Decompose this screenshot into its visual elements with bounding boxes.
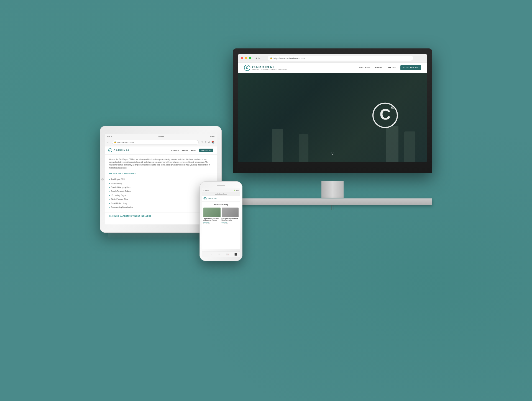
iphone-post-1-title: Tips for Selling Your Home as Quickly as… — [203, 218, 221, 221]
imac-screen: ◄ ► 🔒 https://www.cardinalbranch.com ⋮ — [238, 54, 427, 162]
iphone-content: From Our Blog Tips for Selling Your Home… — [202, 202, 240, 226]
ipad-body-text: We use the Total Expert CRM as our prima… — [109, 158, 212, 170]
ipad-logo-text: CARDINAL — [114, 149, 130, 152]
person-silhouette-1 — [272, 129, 283, 162]
imac-nav: C CARDINAL Retention · Guidance · Expert… — [238, 63, 427, 73]
ipad-browser-back: ‹› — [107, 141, 109, 144]
browser-minimize-dot — [245, 57, 247, 59]
ipad-battery: 8 84% — [210, 136, 214, 137]
imac-logo: C CARDINAL Retention · Guidance · Expert… — [244, 64, 287, 71]
ipad-nav-octane: OCTANE — [171, 149, 179, 151]
nav-octane: OCTANE — [359, 66, 370, 69]
ipad-nav: C CARDINAL OCTANE ABOUT BLOG CONTACT US — [105, 146, 217, 155]
nav-blog: BLOG — [388, 66, 396, 69]
iphone-share-btn[interactable]: ⬆ — [218, 253, 220, 256]
iphone-forward-btn[interactable]: › — [211, 253, 212, 256]
iphone-url-bar: cardinalbranch.com — [202, 192, 240, 196]
person-silhouette-3 — [386, 126, 398, 162]
ipad-section-title: MARKETING OFFERING — [109, 172, 212, 175]
iphone-bookmarks-btn[interactable]: 📖 — [226, 253, 229, 256]
imac-device: ◄ ► 🔒 https://www.cardinalbranch.com ⋮ — [233, 48, 432, 212]
svg-text:C: C — [380, 105, 391, 123]
ipad-reflection — [108, 233, 213, 238]
iphone-speaker — [217, 185, 225, 186]
iphone-tabs-btn[interactable]: ⬛ — [234, 253, 237, 256]
iphone-screen: 3:10 PM 🔋 84% cardinalbranch.com C — [202, 188, 240, 249]
ipad-status-label: iPad ▾ — [107, 135, 112, 137]
list-item: Single Property Sites — [109, 197, 212, 201]
imac-hero: C ® Love Where You Work ∨ — [238, 73, 427, 162]
iphone-url-text: cardinalbranch.com — [215, 193, 227, 195]
imac-stand:  — [233, 173, 432, 212]
ipad-browser-bar: ‹› 🔒 cardinalbranch.com ↻⬆⊕📚 — [105, 139, 217, 146]
hero-logo-icon: C ® — [371, 101, 399, 129]
iphone-post-2-title: 6 DIY Ways to Save on Your Home Renovati… — [222, 218, 239, 221]
browser-maximize-dot — [249, 57, 251, 59]
list-item: Google Template Gallery — [109, 189, 212, 193]
apple-logo-icon:  — [331, 203, 334, 212]
ipad-logo-icon: C — [108, 148, 112, 152]
nav-about: ABOUT — [375, 66, 384, 69]
ipad-url-text: cardinalbranch.com — [117, 141, 134, 143]
iphone-post-1: Tips for Selling Your Home as Quickly as… — [203, 208, 221, 225]
ipad-contact-btn[interactable]: CONTACT US — [199, 149, 213, 152]
iphone-website: C CARDINAL From Our Blog Tips for Sellin… — [202, 196, 240, 249]
browser-close-dot — [241, 57, 243, 59]
imac-browser-bar: ◄ ► 🔒 https://www.cardinalbranch.com ⋮ — [238, 54, 427, 63]
iphone-blog-posts: Tips for Selling Your Home as Quickly as… — [203, 208, 239, 225]
svg-text:C: C — [246, 66, 248, 70]
iphone-post-1-image — [203, 208, 221, 217]
iphone-back-btn[interactable]: ‹ — [205, 253, 206, 256]
ipad-browser-actions: ↻⬆⊕📚 — [201, 141, 214, 144]
ipad-home-button[interactable] — [101, 178, 104, 180]
nav-contact-btn[interactable]: CONTACT US — [400, 65, 421, 70]
imac-stand-neck — [321, 181, 344, 198]
iphone-time: 3:10 PM — [203, 190, 209, 191]
iphone-blog-title: From Our Blog — [203, 203, 239, 205]
svg-text:C: C — [204, 198, 206, 200]
ipad-nav-blog: BLOG — [191, 149, 196, 151]
ipad-logo: C CARDINAL — [108, 148, 130, 152]
list-item: LO Landing Pages — [109, 193, 212, 197]
cardinal-logo-icon: C — [244, 64, 250, 71]
ipad-url-bar: 🔒 cardinalbranch.com — [112, 140, 199, 144]
imac-url-bar: 🔒 https://www.cardinalbranch.com — [268, 56, 413, 61]
iphone-logo-icon: C — [203, 197, 207, 200]
person-silhouette-4 — [404, 131, 415, 162]
list-item: Social Survey — [109, 182, 212, 185]
iphone-post-2-date: Jan 22, 2020 — [222, 223, 239, 224]
imac-logo-subtitle: Retention · Guidance · Expertise · Distr… — [252, 69, 287, 70]
imac-url-text: https://www.cardinalbranch.com — [273, 57, 305, 59]
iphone-status-bar: 3:10 PM 🔋 84% — [202, 188, 240, 192]
person-silhouette-2 — [299, 134, 308, 162]
ipad-nav-about: ABOUT — [181, 149, 188, 151]
list-item: Co-marketing Opportunities — [109, 205, 212, 209]
imac-website: C CARDINAL Retention · Guidance · Expert… — [238, 63, 427, 162]
iphone-nav: C CARDINAL — [202, 196, 240, 202]
iphone-post-2: 6 DIY Ways to Save on Your Home Renovati… — [222, 208, 239, 225]
iphone-device: 3:10 PM 🔋 84% cardinalbranch.com C — [200, 181, 242, 261]
list-item: Social Media Library — [109, 201, 212, 205]
imac-bezel: ◄ ► 🔒 https://www.cardinalbranch.com ⋮ — [233, 48, 432, 173]
iphone-post-1-date: Dec 28, 2019 — [203, 223, 221, 224]
ipad-status-bar: iPad ▾ 3:20 PM 8 84% — [105, 134, 217, 139]
hero-logo-area: C ® — [371, 101, 399, 130]
ipad-nav-links: OCTANE ABOUT BLOG CONTACT US — [171, 149, 213, 152]
ipad-time: 3:20 PM — [158, 136, 164, 137]
imac-nav-links: OCTANE ABOUT BLOG CONTACT US — [359, 65, 421, 70]
svg-text:C: C — [109, 149, 111, 152]
iphone-bezel: 3:10 PM 🔋 84% cardinalbranch.com C — [200, 181, 242, 261]
iphone-post-2-image — [222, 208, 239, 217]
svg-text:®: ® — [392, 107, 394, 109]
list-item: Total Expert CRM — [109, 177, 212, 181]
iphone-battery-icon: 🔋 84% — [234, 190, 239, 191]
iphone-logo-text: CARDINAL — [208, 198, 217, 200]
iphone-bottom-bar: ‹ › ⬆ 📖 ⬛ — [202, 252, 240, 257]
ipad-list: Total Expert CRM Social Survey Branded C… — [109, 177, 212, 209]
list-item: Branded Company Store — [109, 185, 212, 189]
scroll-arrow: ∨ — [331, 151, 334, 156]
